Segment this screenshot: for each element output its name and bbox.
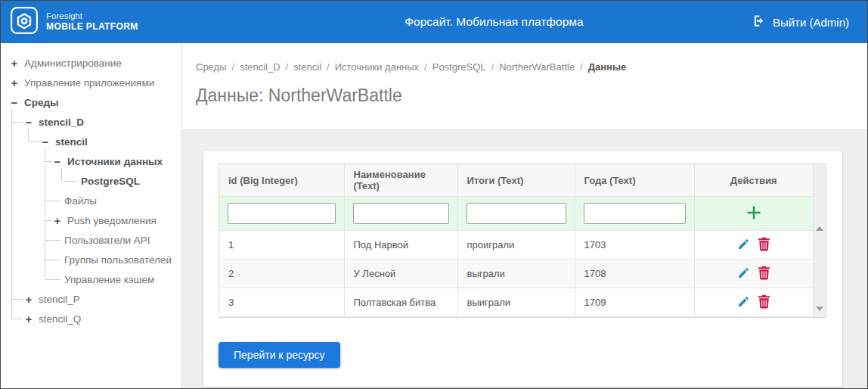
sidebar-item-app-management[interactable]: + Управление приложениями — [8, 73, 181, 92]
sidebar-item-files[interactable]: Файлы — [45, 191, 181, 210]
sidebar-item-administration[interactable]: + Администрирование — [8, 53, 181, 73]
sidebar-item-data-sources[interactable]: − Источники данных — [45, 151, 181, 171]
foresight-logo-icon — [10, 6, 39, 38]
content-header: Среды/stencil_D/stencil/Источники данных… — [182, 43, 867, 130]
filter-input-name[interactable] — [353, 203, 449, 224]
tree-connector — [45, 260, 60, 260]
breadcrumb-item[interactable]: NortherWarBattle — [499, 61, 575, 73]
breadcrumb-separator: / — [424, 61, 427, 73]
sidebar-item-label: Файлы — [64, 195, 97, 207]
collapse-icon[interactable]: − — [51, 155, 64, 168]
breadcrumb-separator: / — [580, 61, 583, 73]
edit-row-button[interactable] — [737, 295, 750, 308]
app-window: Foresight MOBILE PLATFORM Форсайт. Мобил… — [0, 0, 868, 389]
sidebar-item-label: stencil_D — [39, 117, 84, 128]
sidebar-item-api-users[interactable]: Пользователи API — [45, 230, 181, 250]
sidebar-item-postgresql[interactable]: PostgreSQL — [62, 171, 181, 191]
sidebar-item-label: Управление приложениями — [24, 77, 154, 89]
content-area: Среды/stencil_D/stencil/Источники данных… — [182, 43, 867, 388]
expand-icon[interactable]: + — [8, 57, 20, 70]
collapse-icon[interactable]: − — [39, 135, 51, 148]
breadcrumb-separator: / — [232, 61, 235, 73]
sidebar-item-stencil[interactable]: − stencil — [29, 132, 181, 151]
table-row: 1 Под Нарвой проиграли 1703 — [219, 231, 813, 260]
breadcrumb-item[interactable]: Среды — [196, 61, 227, 73]
column-header-actions: Действия — [694, 164, 813, 197]
filter-input-id[interactable] — [228, 203, 336, 224]
breadcrumb-item[interactable]: PostgreSQL — [432, 61, 486, 73]
expand-icon[interactable]: + — [23, 313, 35, 325]
sidebar-item-label: Группы пользователей — [64, 254, 172, 266]
cell-id: 2 — [219, 260, 344, 288]
cell-year: 1708 — [575, 260, 694, 288]
sidebar-item-stencil-p[interactable]: + stencil_P — [12, 289, 181, 309]
sidebar-item-label: PostgreSQL — [81, 176, 140, 187]
sidebar-item-label: Пользователи API — [64, 235, 150, 246]
cell-id: 1 — [219, 231, 344, 260]
tree-guide-line — [11, 109, 12, 319]
collapse-icon[interactable]: − — [23, 116, 35, 129]
scroll-up-arrow-icon[interactable] — [816, 226, 823, 231]
table-row: 2 У Лесной выграли 1708 — [219, 260, 813, 288]
breadcrumb-item[interactable]: stencil — [293, 61, 321, 73]
go-to-resource-button[interactable]: Перейти к ресурсу — [219, 342, 340, 368]
sidebar-item-user-groups[interactable]: Группы пользователей — [45, 250, 181, 269]
filter-row — [219, 197, 813, 231]
breadcrumb-item[interactable]: stencil_D — [240, 61, 280, 73]
content-body: id (Big Integer) Наименование (Text) Ито… — [182, 130, 867, 388]
cell-name: Полтавская битва — [344, 288, 457, 317]
filter-input-year[interactable] — [584, 203, 686, 224]
filter-input-result[interactable] — [467, 203, 566, 224]
cell-name: Под Нарвой — [344, 231, 457, 260]
cell-year: 1703 — [575, 231, 694, 260]
sidebar-item-push-notifications[interactable]: + Push уведомления — [45, 210, 181, 230]
edit-row-button[interactable] — [737, 238, 750, 251]
cell-result: проиграли — [457, 231, 575, 260]
sidebar-item-cache-management[interactable]: Управление кэшем — [45, 269, 181, 289]
brand-text: Foresight MOBILE PLATFORM — [46, 11, 138, 32]
edit-row-button[interactable] — [737, 266, 750, 279]
sidebar-item-label: Источники данных — [67, 156, 163, 167]
cell-result: выиграли — [457, 288, 575, 317]
delete-row-button[interactable] — [758, 294, 770, 309]
table-header-row: id (Big Integer) Наименование (Text) Ито… — [219, 164, 813, 197]
expand-icon[interactable]: + — [8, 76, 20, 89]
table-scrollbar[interactable] — [813, 164, 826, 317]
breadcrumb-item[interactable]: Источники данных — [335, 61, 419, 73]
sidebar-tree: + Администрирование + Управление приложе… — [1, 43, 182, 388]
sidebar-item-stencil-d[interactable]: − stencil_D — [12, 112, 181, 132]
expand-icon[interactable]: + — [23, 293, 35, 306]
data-card: id (Big Integer) Наименование (Text) Ито… — [203, 151, 842, 387]
cell-year: 1709 — [575, 288, 694, 317]
tree-connector — [62, 181, 77, 182]
column-header-name: Наименование (Text) — [344, 164, 457, 197]
sidebar-item-stencil-q[interactable]: + stencil_Q — [12, 309, 181, 328]
cell-result: выграли — [457, 260, 575, 288]
collapse-icon[interactable]: − — [8, 96, 20, 109]
sidebar-item-label: stencil — [55, 136, 88, 148]
sidebar-item-environments[interactable]: − Среды — [8, 92, 181, 112]
breadcrumb-separator: / — [286, 61, 289, 73]
data-table: id (Big Integer) Наименование (Text) Ито… — [219, 163, 826, 318]
column-header-id: id (Big Integer) — [219, 164, 344, 197]
scroll-down-arrow-icon[interactable] — [816, 307, 823, 311]
breadcrumb-separator: / — [491, 61, 494, 73]
sidebar-item-label: stencil_P — [39, 294, 80, 305]
delete-row-button[interactable] — [758, 266, 770, 280]
page-title: Данные: NortherWarBattle — [196, 86, 854, 106]
column-header-result: Итоги (Text) — [457, 164, 575, 197]
logout-button[interactable]: Выйти (Admin) — [752, 14, 849, 30]
cell-name: У Лесной — [344, 260, 457, 288]
add-row-button[interactable] — [745, 204, 763, 222]
breadcrumb-item-current: Данные — [588, 61, 627, 73]
breadcrumb-separator: / — [327, 61, 330, 73]
delete-row-button[interactable] — [758, 237, 770, 251]
app-title: Форсайт. Мобильная платформа — [237, 15, 752, 29]
tree-connector — [45, 240, 60, 241]
brand-line1: Foresight — [46, 11, 138, 21]
brand-line2: MOBILE PLATFORM — [46, 22, 138, 33]
sidebar-item-label: stencil_Q — [39, 313, 81, 325]
column-header-year: Года (Text) — [575, 164, 694, 197]
tree-connector — [45, 279, 60, 280]
expand-icon[interactable]: + — [51, 214, 64, 227]
